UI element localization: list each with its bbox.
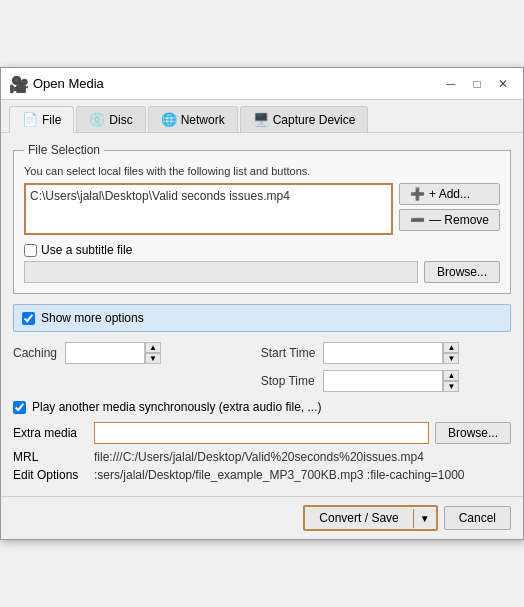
network-tab-icon: 🌐 <box>161 112 177 127</box>
tab-network[interactable]: 🌐 Network <box>148 106 238 132</box>
extra-media-label: Extra media <box>13 426 88 440</box>
stop-time-label: Stop Time <box>261 374 316 388</box>
stop-time-input-group: 00H:00m:00s.000 ▲ ▼ <box>323 370 511 392</box>
title-bar-controls: ─ □ ✕ <box>439 74 515 94</box>
subtitle-input-row: Browse... <box>24 261 500 283</box>
title-bar-left: 🎥 Open Media <box>9 75 104 93</box>
file-input-row: C:\Users\jalal\Desktop\Valid seconds iss… <box>24 183 500 235</box>
stop-time-increment[interactable]: ▲ <box>443 370 459 381</box>
remove-button[interactable]: ➖ — Remove <box>399 209 500 231</box>
file-path-display: C:\Users\jalal\Desktop\Valid seconds iss… <box>30 189 387 203</box>
play-sync-row: Play another media synchronously (extra … <box>13 400 511 414</box>
play-sync-checkbox[interactable] <box>13 401 26 414</box>
play-sync-label: Play another media synchronously (extra … <box>32 400 321 414</box>
tab-capture[interactable]: 🖥️ Capture Device <box>240 106 369 132</box>
window-title: Open Media <box>33 76 104 91</box>
show-more-label: Show more options <box>41 311 144 325</box>
subtitle-row: Use a subtitle file <box>24 243 500 257</box>
edit-options-row: Edit Options :sers/jalal/Desktop/file_ex… <box>13 468 511 482</box>
file-list-box[interactable]: C:\Users\jalal\Desktop\Valid seconds iss… <box>24 183 393 235</box>
dialog-content: File Selection You can select local file… <box>1 133 523 496</box>
convert-save-dropdown[interactable]: ▼ <box>413 509 436 528</box>
title-bar: 🎥 Open Media ─ □ ✕ <box>1 68 523 100</box>
open-media-dialog: 🎥 Open Media ─ □ ✕ 📄 File 💿 Disc 🌐 Netwo… <box>0 67 524 540</box>
convert-save-button-group: Convert / Save ▼ <box>303 505 437 531</box>
mrl-value: file:///C:/Users/jalal/Desktop/Valid%20s… <box>94 450 424 464</box>
file-selection-legend: File Selection <box>24 143 104 157</box>
add-icon: ➕ <box>410 187 425 201</box>
close-button[interactable]: ✕ <box>491 74 515 94</box>
start-time-increment[interactable]: ▲ <box>443 342 459 353</box>
show-more-row: Show more options <box>13 304 511 332</box>
remove-icon: ➖ <box>410 213 425 227</box>
maximize-button[interactable]: □ <box>465 74 489 94</box>
file-hint-text: You can select local files with the foll… <box>24 165 500 177</box>
add-button[interactable]: ➕ + Add... <box>399 183 500 205</box>
extra-media-input[interactable]: :/Users/jalal/Desktop/file_example_MP3_7… <box>94 422 429 444</box>
bottom-bar: Convert / Save ▼ Cancel <box>1 496 523 539</box>
subtitle-checkbox[interactable] <box>24 244 37 257</box>
edit-options-label: Edit Options <box>13 468 88 482</box>
stop-time-spin-group: ▲ ▼ <box>443 370 459 392</box>
start-time-input[interactable]: 00H:00m:00s.000 <box>323 342 443 364</box>
tab-bar: 📄 File 💿 Disc 🌐 Network 🖥️ Capture Devic… <box>1 100 523 133</box>
tab-network-label: Network <box>181 113 225 127</box>
subtitle-checkbox-label[interactable]: Use a subtitle file <box>24 243 132 257</box>
subtitle-browse-button[interactable]: Browse... <box>424 261 500 283</box>
convert-save-button[interactable]: Convert / Save <box>305 507 412 529</box>
start-time-decrement[interactable]: ▼ <box>443 353 459 364</box>
stop-time-input[interactable]: 00H:00m:00s.000 <box>323 370 443 392</box>
tab-file[interactable]: 📄 File <box>9 106 74 133</box>
cancel-button[interactable]: Cancel <box>444 506 511 530</box>
tab-file-label: File <box>42 113 61 127</box>
vlc-icon: 🎥 <box>9 75 27 93</box>
show-more-checkbox[interactable] <box>22 312 35 325</box>
file-tab-icon: 📄 <box>22 112 38 127</box>
caching-increment[interactable]: ▲ <box>145 342 161 353</box>
start-time-spin-group: ▲ ▼ <box>443 342 459 364</box>
start-time-label: Start Time <box>261 346 316 360</box>
disc-tab-icon: 💿 <box>89 112 105 127</box>
caching-input[interactable]: 1000 ms <box>65 342 145 364</box>
capture-tab-icon: 🖥️ <box>253 112 269 127</box>
mrl-row: MRL file:///C:/Users/jalal/Desktop/Valid… <box>13 450 511 464</box>
tab-disc-label: Disc <box>109 113 132 127</box>
file-selection-group: File Selection You can select local file… <box>13 143 511 294</box>
edit-options-value: :sers/jalal/Desktop/file_example_MP3_700… <box>94 468 465 482</box>
mrl-label: MRL <box>13 450 88 464</box>
options-grid: Caching 1000 ms ▲ ▼ Start Time 00H:00m:0… <box>13 342 511 392</box>
extra-media-row: Extra media :/Users/jalal/Desktop/file_e… <box>13 422 511 444</box>
minimize-button[interactable]: ─ <box>439 74 463 94</box>
caching-label: Caching <box>13 346 57 360</box>
tab-capture-label: Capture Device <box>273 113 356 127</box>
caching-spin-group: ▲ ▼ <box>145 342 161 364</box>
start-time-input-group: 00H:00m:00s.000 ▲ ▼ <box>323 342 511 364</box>
subtitle-file-input[interactable] <box>24 261 418 283</box>
caching-input-group: 1000 ms ▲ ▼ <box>65 342 253 364</box>
extra-media-browse-button[interactable]: Browse... <box>435 422 511 444</box>
subtitle-label-text: Use a subtitle file <box>41 243 132 257</box>
tab-disc[interactable]: 💿 Disc <box>76 106 145 132</box>
remove-label: — Remove <box>429 213 489 227</box>
file-buttons: ➕ + Add... ➖ — Remove <box>399 183 500 231</box>
add-label: + Add... <box>429 187 470 201</box>
stop-time-decrement[interactable]: ▼ <box>443 381 459 392</box>
caching-decrement[interactable]: ▼ <box>145 353 161 364</box>
